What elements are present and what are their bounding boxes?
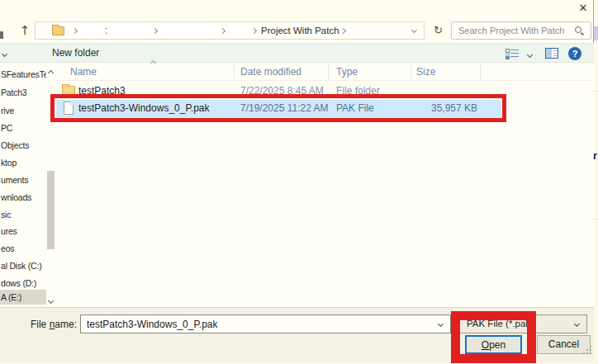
redacted-breadcrumb-segment: [229, 24, 247, 37]
background-separator: [594, 91, 598, 92]
redacted-breadcrumb-segment: [161, 24, 214, 37]
change-view-icon[interactable]: [505, 48, 520, 59]
sidebar-item[interactable]: al Disk (C:): [1, 261, 46, 273]
sidebar-item[interactable]: Patch3: [1, 87, 46, 100]
file-name-input[interactable]: [82, 316, 433, 332]
breadcrumb-separator-icon: [152, 28, 158, 34]
sidebar-item[interactable]: sic: [1, 210, 46, 222]
search-box[interactable]: [451, 21, 591, 40]
sidebar-scroll-down-icon[interactable]: [48, 298, 54, 304]
redacted-breadcrumb-segment: [82, 24, 103, 37]
breadcrumb-colon: :: [105, 25, 107, 36]
view-options-chevron-icon[interactable]: [527, 52, 533, 58]
sidebar-item[interactable]: wnloads: [1, 192, 46, 205]
background-app-accent: [594, 26, 598, 40]
sidebar-item[interactable]: Objects: [1, 140, 46, 153]
sidebar-item[interactable]: PC: [1, 123, 46, 135]
search-icon: [575, 26, 581, 33]
column-separator: [411, 64, 411, 79]
cancel-button[interactable]: Cancel: [537, 335, 591, 354]
list-header: Name Date modified Type Size: [56, 63, 594, 81]
address-bar[interactable]: : Project With Patch: [35, 21, 425, 40]
column-header-size[interactable]: Size: [416, 66, 435, 78]
sidebar-item[interactable]: eos: [1, 243, 46, 256]
background-separator: [594, 219, 598, 220]
sidebar-item[interactable]: dows (D:): [1, 278, 46, 291]
breadcrumb-separator-icon: [340, 28, 346, 34]
column-header-date[interactable]: Date modified: [240, 66, 301, 78]
chevron-down-icon[interactable]: [574, 321, 580, 327]
breadcrumb-current-folder[interactable]: Project With Patch: [261, 26, 339, 35]
annotation-box-selected-file: [50, 94, 506, 122]
column-header-type[interactable]: Type: [336, 66, 358, 78]
sidebar-item[interactable]: SFeaturesTer: [1, 69, 46, 82]
chevron-down-icon: [2, 51, 7, 57]
resize-grip[interactable]: [583, 352, 585, 354]
chevron-down-icon[interactable]: [438, 321, 444, 327]
preview-pane-icon[interactable]: [545, 48, 558, 59]
open-file-dialog: ✕ ↑ : Project With Patch ↻ New: [0, 0, 594, 362]
column-separator: [480, 64, 481, 79]
navigate-up-button[interactable]: ↑: [17, 21, 33, 40]
redacted-breadcrumb-segment: [112, 24, 150, 37]
sidebar-item[interactable]: uments: [1, 175, 46, 187]
sidebar-scrollbar-thumb[interactable]: [47, 171, 55, 249]
column-separator: [328, 64, 329, 79]
breadcrumb-separator-icon: [251, 28, 257, 34]
new-folder-button[interactable]: New folder: [52, 47, 99, 59]
address-dropdown-icon[interactable]: [411, 27, 417, 33]
close-icon[interactable]: ✕: [575, 1, 591, 16]
background-text-fragment: r: [593, 149, 598, 162]
annotation-box-open-button: [451, 311, 536, 363]
cutoff-nav-fragment: [0, 31, 3, 39]
file-name-combobox[interactable]: [80, 314, 451, 333]
breadcrumb-separator-icon: [72, 28, 78, 34]
sidebar-item[interactable]: ktop: [1, 158, 46, 170]
search-input[interactable]: [453, 23, 569, 38]
column-separator: [234, 64, 235, 79]
breadcrumb-separator-icon: [220, 28, 225, 34]
file-name-label: File name:: [17, 319, 77, 330]
command-toolbar: New folder ?: [0, 43, 594, 63]
column-header-name[interactable]: Name: [70, 66, 97, 78]
sidebar-item[interactable]: rive: [1, 106, 46, 118]
sidebar-scroll-up-icon[interactable]: [48, 70, 54, 76]
folder-icon: [52, 26, 64, 35]
sidebar-item[interactable]: ures: [1, 226, 46, 239]
sidebar-item-selected[interactable]: A (E:): [1, 292, 46, 305]
screenshot-root: ✕ ↑ : Project With Patch ↻ New: [0, 0, 598, 364]
background-app-strip: [594, 0, 598, 364]
help-button[interactable]: ?: [568, 47, 581, 60]
refresh-button[interactable]: ↻: [428, 21, 448, 40]
